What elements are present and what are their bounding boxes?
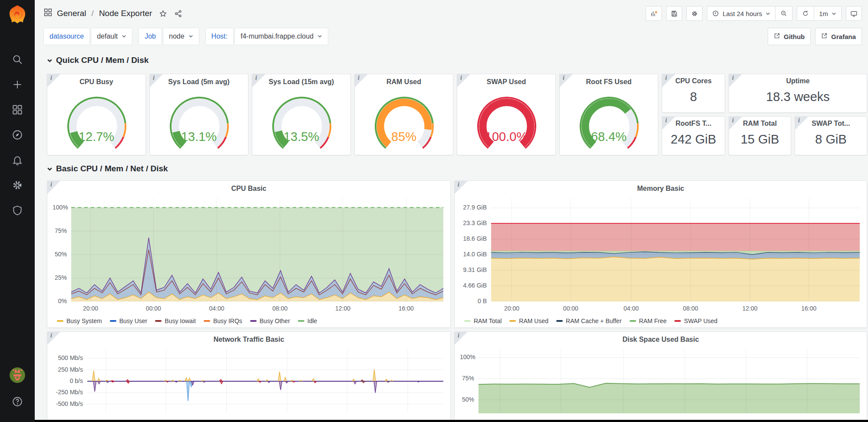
legend-item[interactable]: Idle [298, 317, 317, 324]
breadcrumb-section[interactable]: General [57, 9, 86, 18]
refresh-group: 1m [797, 6, 842, 21]
legend-swatch [298, 320, 304, 322]
legend-item[interactable]: RAM Total [464, 317, 502, 324]
variable-value-dropdown[interactable]: node [163, 28, 199, 45]
grafana-logo-icon[interactable] [8, 4, 26, 24]
time-range-label: Last 24 hours [723, 10, 762, 17]
user-avatar[interactable] [10, 367, 25, 383]
refresh-button[interactable] [797, 7, 814, 20]
external-link-icon [774, 33, 780, 40]
panel-title[interactable]: Root FS Used [560, 74, 658, 89]
panel-info-icon[interactable]: i [455, 181, 468, 194]
stat-panel: i Uptime 18.3 weeks [729, 74, 867, 113]
dashboards-icon[interactable] [12, 104, 23, 115]
y-axis-label: 9.31 GiB [460, 266, 487, 273]
legend-item[interactable]: Busy Other [250, 317, 290, 324]
panel-info-icon[interactable]: i [47, 74, 60, 87]
y-axis-label: 500 Mb/s [53, 354, 83, 361]
alerting-bell-icon[interactable] [12, 154, 23, 166]
chevron-down-icon [47, 166, 53, 172]
breadcrumb-page[interactable]: Node Exporter [99, 9, 152, 18]
section-header-basic[interactable]: Basic CPU / Mem / Net / Disk [47, 162, 867, 175]
y-axis-label: 0 b/s [53, 377, 83, 384]
panel-title[interactable]: Sys Load (5m avg) [150, 74, 248, 89]
panel-info-icon[interactable]: i [729, 117, 742, 130]
panel-info-icon[interactable]: i [729, 74, 742, 87]
clock-icon [712, 10, 719, 17]
add-panel-button[interactable] [646, 6, 662, 21]
chart-plot-area[interactable]: 50%75%100% [460, 349, 860, 413]
chart-plot-area[interactable]: 0 B4.66 GiB9.31 GiB14.0 GiB18.6 GiB23.3 … [460, 198, 860, 301]
server-admin-shield-icon[interactable] [12, 205, 23, 216]
panel-info-icon[interactable]: i [560, 74, 573, 87]
refresh-interval-picker[interactable]: 1m [814, 7, 841, 20]
legend-item[interactable]: Busy User [110, 317, 148, 324]
legend-item[interactable]: RAM Cache + Buffer [556, 317, 622, 324]
variable-label: Job [139, 28, 162, 45]
grafana-app: General / Node Exporter [0, 0, 868, 422]
configuration-gear-icon[interactable] [12, 180, 23, 191]
legend-swatch [630, 320, 636, 322]
panel-network-traffic-basic: i Network Traffic Basic 500 Mb/s250 Mb/s… [47, 331, 451, 422]
dashboard-settings-button[interactable] [686, 6, 703, 21]
gauge: 85% [355, 89, 453, 152]
legend-item[interactable]: Busy IRQs [204, 317, 242, 324]
panel-title[interactable]: SWAP Used [457, 74, 555, 89]
panel-info-icon[interactable]: i [150, 74, 163, 87]
zoom-out-button[interactable] [775, 7, 792, 20]
chart-plot-area[interactable]: 0%25%50%75%100%20:0000:0004:0008:0012:00… [53, 198, 443, 301]
explore-compass-icon[interactable] [12, 129, 23, 141]
panel-info-icon[interactable]: i [662, 117, 675, 130]
star-icon[interactable] [159, 10, 167, 18]
panel-info-icon[interactable]: i [47, 181, 60, 194]
search-icon[interactable] [12, 54, 23, 65]
gauge: 68.4% [560, 89, 658, 152]
variable-value-dropdown[interactable]: f4-mumbai.frappe.cloud [234, 28, 328, 45]
panel-info-icon[interactable]: i [252, 74, 265, 87]
panel-info-icon[interactable]: i [455, 332, 468, 345]
legend-swatch [509, 320, 516, 322]
panel-title[interactable]: CPU Basic [47, 181, 450, 196]
legend-swatch [110, 320, 116, 322]
link-button-grafana[interactable]: Grafana [815, 28, 862, 45]
create-add-icon[interactable] [12, 79, 23, 90]
y-axis-label: 23.3 GiB [460, 219, 487, 226]
panel-info-icon[interactable]: i [457, 74, 470, 87]
time-range-picker[interactable]: Last 24 hours [707, 7, 775, 20]
legend-item[interactable]: RAM Free [630, 317, 667, 324]
panel-info-icon[interactable]: i [355, 74, 368, 87]
chart-plot-area[interactable]: 500 Mb/s250 Mb/s0 b/s-250 Mb/s-500 Mb/s [53, 349, 443, 413]
panel-info-icon[interactable]: i [47, 332, 60, 345]
breadcrumb-separator: / [91, 9, 95, 18]
gauge: 100.0% [457, 89, 555, 152]
link-button-github[interactable]: Github [768, 28, 811, 45]
gauge: 13.5% [252, 89, 350, 152]
legend-swatch [204, 320, 210, 322]
panel-title[interactable]: RAM Used [355, 74, 453, 89]
panel-title[interactable]: Memory Basic [455, 181, 867, 196]
section-header-quick[interactable]: Quick CPU / Mem / Disk [47, 54, 867, 67]
legend-item[interactable]: RAM Used [509, 317, 548, 324]
gauge-value: 13.5% [252, 130, 350, 144]
variable-1: Jobnode [139, 28, 199, 45]
save-dashboard-button[interactable] [666, 6, 682, 21]
panel-title[interactable]: Disk Space Used Basic [455, 332, 867, 347]
stat-panel: i SWAP Tot... 8 GiB [795, 116, 867, 155]
variable-value-dropdown[interactable]: default [91, 28, 132, 45]
stat-panel: i CPU Cores 8 [662, 74, 725, 113]
stat-column: i CPU Cores 8 i Uptime 18.3 weeks i Root… [662, 74, 867, 155]
panel-title[interactable]: CPU Busy [47, 74, 145, 89]
panel-title[interactable]: Sys Load (15m avg) [252, 74, 350, 89]
panel-info-icon[interactable]: i [795, 117, 808, 130]
legend-item[interactable]: Busy System [57, 317, 102, 324]
help-icon[interactable] [12, 396, 23, 407]
share-icon[interactable] [174, 10, 182, 18]
panel-title[interactable]: Network Traffic Basic [47, 332, 450, 347]
gauge-value: 68.4% [560, 130, 658, 144]
x-axis-label: 20:00 [498, 305, 526, 312]
panel-title[interactable]: Uptime [729, 74, 867, 87]
cycle-view-button[interactable] [846, 6, 862, 21]
legend-item[interactable]: SWAP Used [674, 317, 717, 324]
panel-info-icon[interactable]: i [662, 74, 675, 87]
legend-item[interactable]: Busy Iowait [155, 317, 196, 324]
